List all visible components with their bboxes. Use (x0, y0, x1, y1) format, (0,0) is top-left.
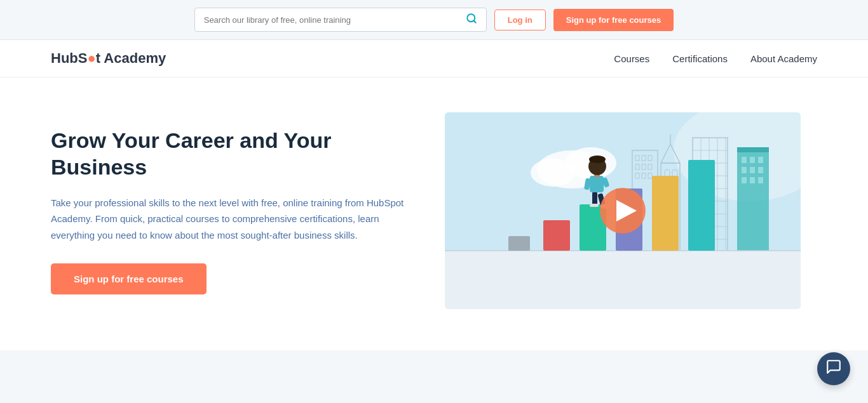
logo-spot-icon: ● (87, 50, 95, 66)
svg-rect-34 (737, 150, 769, 252)
hero-title: Grow Your Career and Your Business (51, 127, 407, 181)
chat-icon (825, 359, 842, 379)
svg-rect-39 (742, 167, 747, 173)
svg-rect-41 (758, 167, 763, 173)
svg-rect-52 (543, 220, 570, 251)
svg-rect-38 (758, 157, 763, 163)
search-icon (466, 13, 477, 27)
search-wrapper (194, 8, 487, 32)
svg-rect-56 (688, 160, 715, 251)
svg-rect-36 (742, 157, 747, 163)
logo: HubS●t Academy (51, 50, 166, 67)
svg-rect-42 (742, 177, 747, 183)
login-button[interactable]: Log in (494, 10, 546, 30)
nav-links: Courses Certifications About Academy (614, 53, 817, 64)
nav-about[interactable]: About Academy (750, 53, 817, 64)
hero-section: Grow Your Career and Your Business Take … (0, 77, 868, 350)
logo-text: HubS●t Academy (51, 50, 166, 67)
search-input[interactable] (204, 15, 461, 25)
svg-rect-57 (592, 192, 597, 206)
signup-top-button[interactable]: Sign up for free courses (553, 9, 674, 31)
nav-bar: HubS●t Academy Courses Certifications Ab… (0, 40, 868, 77)
svg-rect-37 (750, 157, 755, 163)
hero-description: Take your professional skills to the nex… (51, 195, 407, 244)
svg-rect-40 (750, 167, 755, 173)
svg-rect-48 (445, 251, 801, 309)
svg-rect-61 (590, 176, 604, 192)
svg-rect-43 (750, 177, 755, 183)
svg-rect-35 (737, 147, 769, 152)
svg-point-47 (531, 159, 575, 187)
nav-courses[interactable]: Courses (614, 53, 649, 64)
signup-hero-button[interactable]: Sign up for free courses (51, 263, 207, 294)
chat-bubble[interactable] (817, 352, 850, 385)
hero-illustration (445, 112, 801, 309)
svg-rect-51 (508, 236, 530, 251)
svg-rect-44 (758, 177, 763, 183)
svg-line-1 (473, 20, 475, 22)
nav-certifications[interactable]: Certifications (672, 53, 728, 64)
svg-rect-60 (590, 204, 599, 207)
hero-illustration-container (445, 112, 801, 309)
svg-point-66 (589, 155, 606, 163)
hero-left: Grow Your Career and Your Business Take … (51, 127, 407, 295)
top-bar: Log in Sign up for free courses (0, 0, 868, 40)
svg-rect-55 (652, 176, 679, 251)
